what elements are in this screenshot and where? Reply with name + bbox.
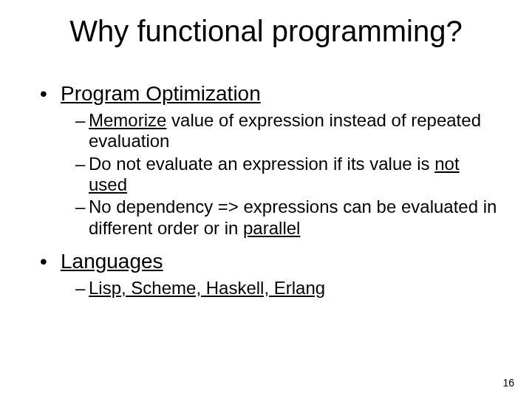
- sub-bullet-text: Lisp, Scheme, Haskell, Erlang: [89, 278, 498, 299]
- dash-icon: –: [75, 110, 85, 131]
- sub-bullet-text: Memorize value of expression instead of …: [89, 110, 498, 152]
- slide-title: Why functional programming?: [0, 15, 532, 48]
- sub-bullet-language-list: – Lisp, Scheme, Haskell, Erlang: [75, 278, 498, 299]
- sub-bullet-text: Do not evaluate an expression if its val…: [89, 154, 498, 196]
- underline-languages: Lisp, Scheme, Haskell, Erlang: [89, 278, 325, 298]
- sub-bullets-optimization: – Memorize value of expression instead o…: [75, 110, 498, 239]
- bullet-text: Program Optimization: [61, 81, 261, 106]
- dash-icon: –: [75, 197, 85, 217]
- bullet-languages: • Languages: [40, 249, 498, 273]
- slide: Why functional programming? • Program Op…: [0, 0, 532, 399]
- sub-bullets-languages: – Lisp, Scheme, Haskell, Erlang: [75, 278, 498, 299]
- text-start: Do not evaluate an expression if its val…: [89, 154, 434, 174]
- bullet-dot-icon: •: [40, 81, 47, 106]
- sub-bullet-memorize: – Memorize value of expression instead o…: [75, 110, 498, 152]
- bullet-program-optimization: • Program Optimization: [40, 81, 498, 106]
- underline-parallel: parallel: [243, 218, 300, 238]
- underline-memorize: Memorize: [89, 110, 166, 130]
- bullet-text: Languages: [61, 249, 163, 273]
- slide-body: • Program Optimization – Memorize value …: [40, 81, 498, 309]
- page-number: 16: [502, 377, 514, 389]
- dash-icon: –: [75, 278, 85, 299]
- sub-bullet-text: No dependency => expressions can be eval…: [89, 197, 498, 239]
- dash-icon: –: [75, 154, 85, 174]
- sub-bullet-parallel: – No dependency => expressions can be ev…: [75, 197, 498, 239]
- bullet-dot-icon: •: [40, 249, 47, 273]
- sub-bullet-not-used: – Do not evaluate an expression if its v…: [75, 154, 498, 196]
